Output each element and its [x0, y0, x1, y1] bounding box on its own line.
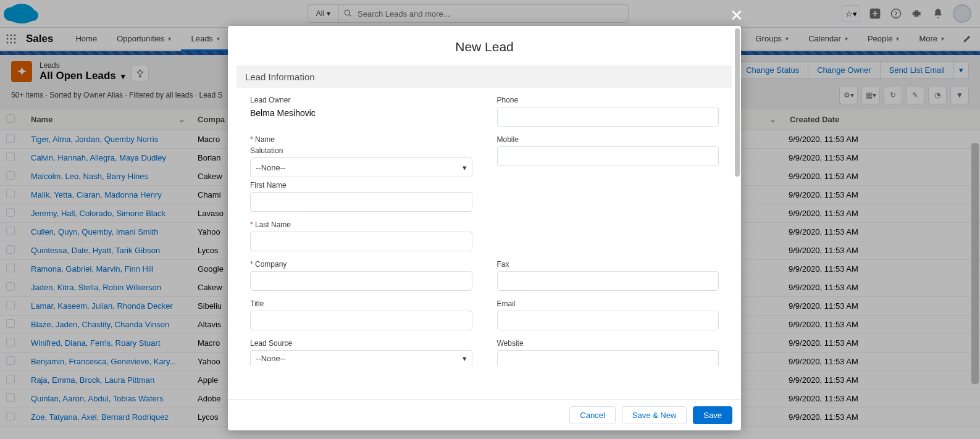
nav-groups[interactable]: Groups▾	[745, 28, 798, 49]
more-actions-button[interactable]: ▾	[954, 61, 969, 79]
row-checkbox[interactable]	[6, 301, 15, 309]
change-status-button[interactable]: Change Status	[737, 61, 808, 79]
lead-name-link[interactable]: Quinlan, Aaron, Abdul, Tobias Waters	[31, 394, 164, 403]
row-checkbox[interactable]	[6, 245, 15, 254]
change-owner-button[interactable]: Change Owner	[808, 61, 880, 79]
save-button[interactable]: Save	[693, 406, 732, 424]
label-phone: Phone	[497, 96, 719, 104]
column-name[interactable]: Name	[31, 115, 52, 124]
nav-opportunities[interactable]: Opportunities▾	[107, 28, 181, 49]
lead-name-link[interactable]: Quintessa, Dale, Hyatt, Tarik Gibson	[31, 246, 160, 255]
lead-name-link[interactable]: Jeremy, Hall, Colorado, Simone Black	[31, 209, 165, 218]
listview-settings-button[interactable]: ⚙▾	[839, 86, 858, 104]
label-last-name: Last Name	[250, 220, 472, 229]
svg-point-11	[7, 41, 9, 43]
close-icon[interactable]: ✕	[730, 6, 980, 25]
row-checkbox[interactable]	[6, 227, 15, 235]
created-date-cell: 9/9/2020, 11:53 AM	[782, 204, 980, 223]
created-date-cell: 9/9/2020, 11:53 AM	[782, 223, 980, 241]
last-name-input[interactable]	[250, 232, 472, 251]
created-date-cell: 9/9/2020, 11:53 AM	[782, 241, 980, 260]
created-date-cell: 9/9/2020, 11:53 AM	[782, 186, 980, 204]
refresh-button[interactable]: ↻	[884, 86, 902, 104]
title-input[interactable]	[250, 311, 472, 330]
svg-point-5	[7, 34, 9, 36]
row-checkbox[interactable]	[6, 319, 15, 328]
lead-name-link[interactable]: Malcolm, Leo, Nash, Barry Hines	[31, 172, 148, 181]
row-checkbox[interactable]	[6, 375, 15, 383]
app-launcher-icon[interactable]	[0, 28, 22, 49]
row-checkbox[interactable]	[6, 264, 15, 272]
chevron-down-icon: ▾	[217, 35, 220, 42]
nav-leads[interactable]: Leads▾	[181, 28, 229, 51]
edit-nav-icon[interactable]	[954, 28, 980, 49]
row-checkbox[interactable]	[6, 134, 15, 143]
svg-point-10	[14, 38, 16, 40]
lead-name-link[interactable]: Blaze, Jaden, Chastity, Chanda Vinson	[31, 320, 169, 329]
lead-name-link[interactable]: Tiger, Alma, Jordan, Quemby Norris	[31, 135, 158, 144]
filter-button[interactable]: ▼	[950, 86, 969, 104]
row-checkbox[interactable]	[6, 190, 15, 198]
lead-name-link[interactable]: Cullen, Quyn, Quemby, Imani Smith	[31, 227, 158, 236]
lead-name-link[interactable]: Winifred, Diana, Ferris, Roary Stuart	[31, 338, 161, 348]
salesforce-logo-icon[interactable]	[7, 4, 36, 23]
row-checkbox[interactable]	[6, 393, 15, 402]
website-input[interactable]	[497, 350, 719, 366]
svg-point-8	[7, 38, 9, 40]
lead-name-link[interactable]: Calvin, Hannah, Allegra, Maya Dudley	[31, 153, 166, 162]
pencil-icon: ✎	[912, 91, 918, 99]
lead-name-link[interactable]: Benjamin, Francesca, Genevieve, Kary...	[31, 357, 176, 366]
lead-name-link[interactable]: Malik, Yetta, Ciaran, Madonna Henry	[31, 190, 162, 199]
listview-meta: 50+ items · Sorted by Owner Alias · Filt…	[11, 91, 223, 99]
section-lead-information: Lead Information	[237, 65, 732, 88]
search-scope-select[interactable]: All ▾	[308, 4, 338, 23]
row-checkbox[interactable]	[6, 356, 15, 365]
lead-name-link[interactable]: Jaden, Kitra, Stella, Robin Wilkerson	[31, 283, 161, 292]
chevron-down-icon[interactable]: ▾	[121, 72, 125, 81]
chevron-down-icon: ▾	[896, 35, 899, 42]
cancel-button[interactable]: Cancel	[569, 406, 615, 424]
lead-name-link[interactable]: Ramona, Gabriel, Marvin, Finn Hill	[31, 264, 154, 274]
first-name-input[interactable]	[250, 192, 472, 212]
created-date-cell: 9/9/2020, 11:53 AM	[782, 149, 980, 167]
email-input[interactable]	[497, 311, 719, 330]
global-search-input[interactable]	[338, 4, 629, 23]
modal-scrollbar[interactable]	[734, 26, 741, 399]
pin-listview-button[interactable]	[132, 65, 149, 82]
mobile-input[interactable]	[497, 146, 719, 166]
gear-icon: ⚙▾	[844, 91, 854, 99]
inline-edit-button[interactable]: ✎	[906, 86, 924, 104]
salutation-select[interactable]: --None-- ▾	[250, 157, 472, 177]
created-date-cell: 9/9/2020, 11:53 AM	[782, 316, 980, 334]
row-checkbox[interactable]	[6, 412, 15, 420]
label-first-name: First Name	[250, 181, 472, 190]
row-checkbox[interactable]	[6, 153, 15, 161]
lead-name-link[interactable]: Lamar, Kaseem, Julian, Rhonda Decker	[31, 301, 173, 311]
phone-input[interactable]	[497, 107, 719, 127]
select-all-checkbox[interactable]	[6, 114, 15, 123]
label-name: Name	[250, 135, 472, 144]
nav-home[interactable]: Home	[65, 28, 107, 49]
row-checkbox[interactable]	[6, 208, 15, 217]
company-input[interactable]	[250, 271, 472, 291]
nav-calendar[interactable]: Calendar▾	[798, 28, 858, 49]
display-as-button[interactable]: ▦▾	[861, 86, 880, 104]
fax-input[interactable]	[497, 271, 719, 291]
row-checkbox[interactable]	[6, 338, 15, 346]
row-checkbox[interactable]	[6, 282, 15, 291]
svg-point-12	[10, 41, 12, 43]
row-checkbox[interactable]	[6, 171, 15, 180]
lead-name-link[interactable]: Raja, Emma, Brock, Laura Pittman	[31, 375, 154, 385]
nav-more[interactable]: More▾	[909, 28, 954, 49]
chevron-down-icon[interactable]: ⌄	[178, 115, 185, 124]
table-scrollbar[interactable]	[970, 141, 980, 439]
lead-name-link[interactable]: Zoe, Tatyana, Axel, Bernard Rodriquez	[31, 412, 169, 422]
nav-people[interactable]: People▾	[858, 28, 909, 49]
lead-source-select[interactable]: --None-- ▾	[250, 350, 472, 366]
caret-down-icon: ▾	[327, 9, 330, 18]
send-list-email-button[interactable]: Send List Email	[881, 61, 954, 79]
chart-button[interactable]: ◔	[928, 86, 947, 104]
save-and-new-button[interactable]: Save & New	[622, 406, 687, 424]
list-view-name[interactable]: All Open Leads	[40, 70, 116, 82]
column-created-date[interactable]: Created Date	[782, 109, 980, 130]
